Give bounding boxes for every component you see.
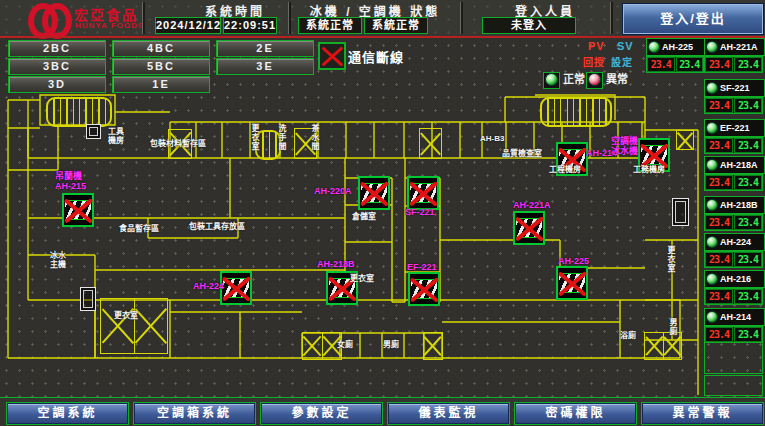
nav-button-5[interactable]: 密碼權限 — [514, 402, 637, 425]
shaft-x-icon — [676, 130, 694, 150]
sv-value: 23.4 — [734, 215, 762, 230]
ahu-row-EF-221[interactable]: EF-221 — [704, 119, 765, 137]
x-cell — [420, 129, 441, 158]
status-led-icon — [706, 122, 718, 134]
x-cell — [663, 333, 682, 359]
nav-button-1[interactable]: 空調系統 — [6, 402, 129, 425]
pv-value: 23.4 — [647, 57, 675, 72]
room-label: 工務機房 — [633, 165, 665, 174]
logo-ring-right — [42, 3, 72, 39]
room-label: 更衣室 — [350, 274, 374, 283]
map-unit-label: AH-224 — [193, 281, 224, 291]
sv-value: 23.4 — [734, 327, 762, 342]
room-label: 冰水 主機 — [50, 251, 66, 269]
shaft-x-icon — [100, 298, 168, 354]
floor-button-5BC[interactable]: 5BC — [112, 58, 210, 75]
shaft-x-icon — [644, 332, 682, 360]
ahu-row-AH-216[interactable]: AH-216 — [704, 270, 765, 288]
pv-value: 23.4 — [705, 215, 733, 230]
sv-cn-label: 設定 — [611, 54, 633, 69]
x-cell — [303, 333, 322, 359]
ahu-values-AH-218A: 23.423.4 — [704, 174, 763, 191]
divider — [460, 2, 463, 34]
unit-hatch-pattern — [411, 279, 437, 299]
map-unit-label: AH-220A — [314, 186, 352, 196]
legend-abnormal: 異常 — [586, 70, 628, 89]
map-unit-AH-220A[interactable] — [358, 176, 390, 210]
status-led-icon — [706, 82, 718, 94]
ahu-row-AH-225[interactable]: AH-225 — [646, 38, 706, 56]
system-date-value: 2024/12/12 — [155, 17, 221, 34]
floor-button-3E[interactable]: 3E — [216, 58, 314, 75]
ahu-name: AH-216 — [720, 274, 751, 284]
ahu-status-value: 系統正常 — [364, 17, 428, 34]
pv-value: 23.4 — [705, 289, 733, 304]
room-label: 倉儲室 — [352, 212, 376, 221]
abnormal-led-icon — [586, 72, 603, 89]
x-cell — [424, 333, 442, 359]
nav-button-2[interactable]: 空調箱系統 — [133, 402, 256, 425]
ahu-row-AH-218B[interactable]: AH-218B — [704, 196, 765, 214]
room-label: 更衣室 — [114, 311, 138, 320]
panel-empty-slot — [704, 342, 763, 374]
ahu-name: EF-221 — [720, 123, 750, 133]
ahu-row-SF-221[interactable]: SF-221 — [704, 79, 765, 97]
map-unit-label: SF-221 — [405, 207, 435, 217]
floor-button-1E[interactable]: 1E — [112, 76, 210, 93]
map-unit-AH-221A[interactable] — [513, 211, 545, 245]
ahu-values-AH-218B: 23.423.4 — [704, 214, 763, 231]
normal-led-icon — [543, 72, 560, 89]
ahu-name: AH-225 — [662, 42, 693, 52]
sv-label: SV — [617, 40, 634, 52]
map-unit-label: EF-221 — [407, 262, 437, 272]
room-label: 浴廁 — [620, 331, 636, 340]
floor-button-2BC[interactable]: 2BC — [8, 40, 106, 57]
ahu-row-AH-221A[interactable]: AH-221A — [704, 38, 765, 56]
x-cell — [101, 299, 134, 353]
sv-value: 23.4 — [734, 57, 762, 72]
ahu-name: SF-221 — [720, 83, 750, 93]
equipment-icon — [86, 124, 101, 139]
room-label: 工程機房 — [549, 165, 581, 174]
comm-fail-label: 通信斷線 — [348, 47, 404, 66]
nav-button-4[interactable]: 儀表監視 — [387, 402, 510, 425]
sv-value: 23.4 — [676, 57, 704, 72]
map-unit-label: 空調機 冰水機 — [611, 136, 638, 156]
pv-value: 23.4 — [705, 57, 733, 72]
ahu-row-AH-224[interactable]: AH-224 — [704, 233, 765, 251]
map-unit-AH-224[interactable] — [220, 271, 252, 305]
legend-normal: 正常 — [543, 70, 585, 89]
room-label: 包裝材料暫存區 — [150, 139, 206, 148]
login-logout-button[interactable]: 登入/登出 — [622, 3, 764, 35]
map-unit-EF-221[interactable] — [408, 272, 440, 306]
map-unit-吊蘭機-AH-215[interactable] — [62, 193, 94, 227]
shaft-x-icon — [423, 332, 443, 360]
floor-button-3D[interactable]: 3D — [8, 76, 106, 93]
bottom-nav-bar: 空調系統空調箱系統參數設定儀表監視密碼權限異常警報 — [0, 397, 765, 426]
ahu-values-EF-221: 23.423.4 — [704, 137, 763, 154]
ahu-name: AH-214 — [720, 312, 751, 322]
pv-value: 23.4 — [705, 175, 733, 190]
pv-value: 23.4 — [705, 98, 733, 113]
status-led-icon — [706, 311, 718, 323]
map-unit-AH-225[interactable] — [556, 266, 588, 300]
nav-button-6[interactable]: 異常警報 — [641, 402, 764, 425]
pv-value: 23.4 — [705, 327, 733, 342]
floor-button-4BC[interactable]: 4BC — [112, 40, 210, 57]
top-bar: 宏亞食品 HUNYA FOODS 系統時間 2024/12/12 22:09:5… — [0, 0, 765, 36]
hunya-logo-icon — [28, 3, 68, 33]
sv-value: 23.4 — [734, 289, 762, 304]
ahu-row-AH-214[interactable]: AH-214 — [704, 308, 765, 326]
pv-cn-label: 回授 — [583, 54, 605, 69]
brand-name-en: HUNYA FOODS — [75, 21, 144, 30]
map-unit-SF-221[interactable] — [407, 176, 439, 210]
login-user-label: 登入人員 — [480, 2, 610, 16]
ahu-row-AH-218A[interactable]: AH-218A — [704, 156, 765, 174]
floor-button-2E[interactable]: 2E — [216, 40, 314, 57]
nav-button-3[interactable]: 參數設定 — [260, 402, 383, 425]
machine-status-label: 冰機 / 空調機 狀態 — [300, 2, 450, 16]
status-led-icon — [706, 41, 718, 53]
x-cell — [645, 333, 663, 359]
floor-button-3BC[interactable]: 3BC — [8, 58, 106, 75]
sv-value: 23.4 — [734, 252, 762, 267]
